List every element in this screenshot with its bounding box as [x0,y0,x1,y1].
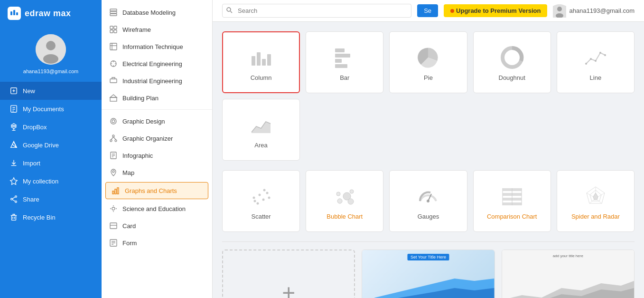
svg-line-24 [12,200,15,202]
sidebar-item-my-collection[interactable]: My collection [0,172,102,190]
template-card-new[interactable]: + [222,250,355,298]
svg-rect-74 [335,54,350,58]
chart-type-doughnut-label: Doughnut [499,74,525,81]
chart-type-scatter[interactable]: Scatter [222,170,300,232]
chart-type-pie-label: Pie [424,74,433,81]
svg-rect-71 [262,59,266,66]
nav-item-card[interactable]: Card [102,217,212,234]
sidebar-item-google-drive-label: Google Drive [23,142,59,149]
section-divider [222,241,635,242]
search-input[interactable] [222,4,411,18]
svg-point-81 [595,60,597,62]
svg-point-83 [604,54,606,56]
nav-item-wireframe-label: Wireframe [122,26,151,33]
svg-rect-34 [114,30,117,33]
sidebar-nav: New My Documents DropBox Google Drive Im… [0,82,102,226]
template-card-area-fade[interactable]: add your title here Area Chart - Fade Fr… [502,250,635,298]
chart-type-line[interactable]: Line [557,31,635,93]
logo-icon [8,7,21,20]
nav-item-graphs-and-charts-label: Graphs and Charts [125,187,177,194]
nav-item-graphic-design[interactable]: Graphic Design [102,113,212,130]
nav-item-database-modeling[interactable]: Database Modeling [102,4,212,21]
nav-item-form[interactable]: Form [102,234,212,251]
svg-rect-32 [114,26,117,29]
svg-rect-70 [257,52,261,66]
search-bar-wrapper [222,4,411,18]
template-card-area-energy[interactable]: Set Your Title Here Area Chart - Energy … [362,250,495,298]
chart-type-bubble[interactable]: Bubble Chart [306,170,383,232]
nav-item-map-label: Map [122,169,134,176]
svg-point-95 [348,199,354,204]
sidebar-item-new-label: New [23,87,35,95]
avatar [36,34,66,65]
svg-point-96 [350,190,354,193]
search-button[interactable]: Se [417,4,438,17]
sidebar-item-dropbox-label: DropBox [23,124,47,131]
svg-point-92 [337,199,342,203]
user-email-header: ahana1193@gmail.com [569,7,635,14]
sidebar-item-my-documents-label: My Documents [23,106,64,113]
chart-type-comparison[interactable]: Comparison Chart [473,170,551,232]
sidebar-item-import[interactable]: Import [0,154,102,172]
sidebar-item-share[interactable]: Share [0,190,102,208]
svg-marker-41 [110,95,117,97]
chart-type-spider-radar-label: Spider and Radar [571,213,620,220]
svg-point-91 [268,196,271,199]
sidebar-item-dropbox[interactable]: DropBox [0,118,102,136]
svg-point-4 [46,41,56,50]
nav-item-information-technique-label: Information Technique [122,43,183,50]
nav-item-map[interactable]: Map [102,164,212,181]
svg-rect-55 [115,189,116,194]
svg-point-22 [11,198,13,200]
nav-item-building-plan[interactable]: Building Plan [102,89,212,106]
nav-item-graphic-organizer-label: Graphic Organizer [122,135,173,142]
svg-point-87 [259,193,261,196]
chart-type-bubble-label: Bubble Chart [327,213,363,220]
nav-item-electrical-engineering[interactable]: Electrical Engineering [102,55,212,72]
nav-item-industrial-engineering-label: Industrial Engineering [122,77,182,85]
sidebar-item-new[interactable]: New [0,82,102,100]
upgrade-dot [450,9,454,13]
sidebar-item-google-drive[interactable]: Google Drive [0,136,102,154]
user-section: ahana1193@gmail.com [23,27,78,80]
nav-item-wireframe[interactable]: Wireframe [102,21,212,38]
sidebar-item-my-collection-label: My collection [23,178,58,185]
sidebar-item-my-documents[interactable]: My Documents [0,100,102,118]
nav-item-information-technique[interactable]: Information Technique [102,38,212,55]
svg-rect-30 [110,14,117,16]
svg-point-57 [112,207,115,210]
user-avatar-small [553,4,566,18]
chart-type-pie[interactable]: Pie [389,31,467,93]
nav-item-database-modeling-label: Database Modeling [122,9,176,16]
svg-rect-56 [117,188,119,194]
upgrade-button[interactable]: Upgrade to Premium Version [444,4,547,17]
nav-item-graphic-organizer[interactable]: Graphic Organizer [102,130,212,147]
svg-line-111 [597,200,602,203]
sidebar: edraw max ahana1193@gmail.com New My Doc… [0,0,102,298]
nav-item-infographic[interactable]: Infographic [102,147,212,164]
template-preview-energy: Set Your Title Here [362,250,494,298]
svg-rect-76 [335,64,347,68]
nav-item-industrial-engineering[interactable]: Industrial Engineering [102,72,212,89]
svg-line-47 [111,137,113,140]
sidebar-item-share-label: Share [23,196,39,203]
svg-point-82 [599,52,601,54]
chart-type-spider-radar[interactable]: Spider and Radar [557,170,635,232]
chart-type-bar[interactable]: Bar [306,31,383,93]
svg-rect-54 [112,191,114,194]
chart-type-column[interactable]: Column [222,31,300,93]
chart-type-doughnut[interactable]: Doughnut [473,31,551,93]
fade-title-bar: add your title here [553,254,583,258]
chart-type-gauges[interactable]: Gauges [389,170,467,232]
svg-marker-108 [593,193,598,200]
svg-rect-72 [267,54,271,66]
svg-rect-28 [110,9,117,11]
chart-type-area[interactable]: Area [222,99,300,161]
sidebar-item-recycle-bin[interactable]: Recycle Bin [0,208,102,226]
chart-type-bar-label: Bar [340,74,349,81]
nav-item-graphs-and-charts[interactable]: Graphs and Charts [105,182,208,199]
nav-item-science-and-education[interactable]: Science and Education [102,200,212,217]
svg-rect-33 [110,30,113,33]
user-info: ahana1193@gmail.com [553,4,635,18]
sidebar-item-recycle-bin-label: Recycle Bin [23,214,56,221]
